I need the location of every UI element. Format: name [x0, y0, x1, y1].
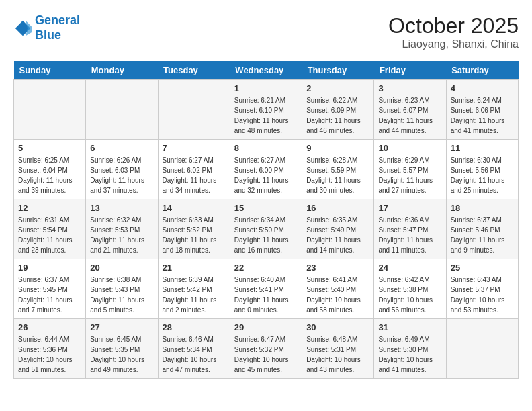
day-info: Sunrise: 6:23 AM Sunset: 6:07 PM Dayligh… [378, 95, 441, 136]
calendar-cell: 24Sunrise: 6:42 AM Sunset: 5:38 PM Dayli… [374, 259, 446, 319]
weekday-header-sunday: Sunday [14, 61, 86, 80]
day-info: Sunrise: 6:27 AM Sunset: 6:00 PM Dayligh… [234, 155, 298, 195]
calendar-cell: 12Sunrise: 6:31 AM Sunset: 5:54 PM Dayli… [14, 199, 86, 259]
calendar-cell: 1Sunrise: 6:21 AM Sunset: 6:10 PM Daylig… [230, 80, 302, 140]
day-number: 16 [306, 203, 369, 213]
day-info: Sunrise: 6:31 AM Sunset: 5:54 PM Dayligh… [18, 215, 81, 255]
calendar-cell: 2Sunrise: 6:22 AM Sunset: 6:09 PM Daylig… [302, 80, 374, 140]
weekday-header-tuesday: Tuesday [158, 61, 230, 80]
day-number: 14 [163, 203, 226, 213]
day-number: 31 [378, 322, 441, 332]
weekday-header-saturday: Saturday [446, 61, 518, 80]
day-info: Sunrise: 6:37 AM Sunset: 5:45 PM Dayligh… [18, 275, 81, 315]
calendar-week-row: 26Sunrise: 6:44 AM Sunset: 5:36 PM Dayli… [14, 319, 519, 379]
day-number: 9 [306, 143, 369, 153]
day-info: Sunrise: 6:37 AM Sunset: 5:46 PM Dayligh… [451, 215, 514, 255]
day-number: 8 [234, 143, 298, 153]
calendar-cell [158, 80, 230, 140]
calendar-cell: 16Sunrise: 6:35 AM Sunset: 5:49 PM Dayli… [302, 199, 374, 259]
calendar-table: SundayMondayTuesdayWednesdayThursdayFrid… [13, 61, 519, 379]
day-number: 23 [306, 263, 369, 273]
day-info: Sunrise: 6:28 AM Sunset: 5:59 PM Dayligh… [306, 155, 369, 195]
weekday-header-wednesday: Wednesday [230, 61, 302, 80]
calendar-cell: 6Sunrise: 6:26 AM Sunset: 6:03 PM Daylig… [86, 140, 158, 199]
day-info: Sunrise: 6:33 AM Sunset: 5:52 PM Dayligh… [163, 215, 226, 255]
calendar-cell: 28Sunrise: 6:46 AM Sunset: 5:34 PM Dayli… [158, 319, 230, 379]
day-number: 3 [378, 83, 441, 93]
calendar-cell: 10Sunrise: 6:29 AM Sunset: 5:57 PM Dayli… [374, 140, 446, 199]
day-number: 21 [163, 263, 226, 273]
calendar-week-row: 12Sunrise: 6:31 AM Sunset: 5:54 PM Dayli… [14, 199, 519, 259]
day-info: Sunrise: 6:21 AM Sunset: 6:10 PM Dayligh… [234, 95, 298, 136]
day-number: 1 [234, 83, 298, 93]
calendar-week-row: 1Sunrise: 6:21 AM Sunset: 6:10 PM Daylig… [14, 80, 519, 140]
day-number: 22 [234, 263, 298, 273]
logo: General Blue [13, 13, 80, 42]
day-number: 24 [378, 263, 441, 273]
calendar-cell: 3Sunrise: 6:23 AM Sunset: 6:07 PM Daylig… [374, 80, 446, 140]
weekday-header-friday: Friday [374, 61, 446, 80]
day-info: Sunrise: 6:34 AM Sunset: 5:50 PM Dayligh… [234, 215, 298, 255]
calendar-cell: 25Sunrise: 6:43 AM Sunset: 5:37 PM Dayli… [446, 259, 518, 319]
calendar-cell: 29Sunrise: 6:47 AM Sunset: 5:32 PM Dayli… [230, 319, 302, 379]
day-number: 10 [378, 143, 441, 153]
day-number: 2 [306, 83, 369, 93]
day-number: 17 [378, 203, 441, 213]
day-info: Sunrise: 6:45 AM Sunset: 5:35 PM Dayligh… [90, 334, 153, 375]
logo-icon [13, 19, 32, 38]
day-number: 20 [90, 263, 153, 273]
day-number: 12 [18, 203, 81, 213]
calendar-cell: 13Sunrise: 6:32 AM Sunset: 5:53 PM Dayli… [86, 199, 158, 259]
month-title: October 2025 [388, 13, 519, 38]
day-info: Sunrise: 6:42 AM Sunset: 5:38 PM Dayligh… [378, 275, 441, 315]
day-info: Sunrise: 6:39 AM Sunset: 5:42 PM Dayligh… [163, 275, 226, 315]
day-number: 28 [163, 322, 226, 332]
calendar-week-row: 19Sunrise: 6:37 AM Sunset: 5:45 PM Dayli… [14, 259, 519, 319]
weekday-header-thursday: Thursday [302, 61, 374, 80]
calendar-cell: 8Sunrise: 6:27 AM Sunset: 6:00 PM Daylig… [230, 140, 302, 199]
calendar-cell: 18Sunrise: 6:37 AM Sunset: 5:46 PM Dayli… [446, 199, 518, 259]
calendar-cell: 23Sunrise: 6:41 AM Sunset: 5:40 PM Dayli… [302, 259, 374, 319]
location: Liaoyang, Shanxi, China [388, 38, 519, 50]
day-number: 18 [451, 203, 514, 213]
calendar-cell: 27Sunrise: 6:45 AM Sunset: 5:35 PM Dayli… [86, 319, 158, 379]
day-info: Sunrise: 6:40 AM Sunset: 5:41 PM Dayligh… [234, 275, 298, 315]
day-number: 11 [451, 143, 514, 153]
calendar-week-row: 5Sunrise: 6:25 AM Sunset: 6:04 PM Daylig… [14, 140, 519, 199]
day-number: 30 [306, 322, 369, 332]
calendar-cell: 17Sunrise: 6:36 AM Sunset: 5:47 PM Dayli… [374, 199, 446, 259]
day-info: Sunrise: 6:26 AM Sunset: 6:03 PM Dayligh… [90, 155, 153, 195]
day-number: 25 [451, 263, 514, 273]
day-info: Sunrise: 6:32 AM Sunset: 5:53 PM Dayligh… [90, 215, 153, 255]
day-info: Sunrise: 6:48 AM Sunset: 5:31 PM Dayligh… [306, 334, 369, 375]
day-info: Sunrise: 6:43 AM Sunset: 5:37 PM Dayligh… [451, 275, 514, 315]
day-info: Sunrise: 6:41 AM Sunset: 5:40 PM Dayligh… [306, 275, 369, 315]
calendar-cell: 21Sunrise: 6:39 AM Sunset: 5:42 PM Dayli… [158, 259, 230, 319]
day-number: 4 [451, 83, 514, 93]
calendar-cell: 26Sunrise: 6:44 AM Sunset: 5:36 PM Dayli… [14, 319, 86, 379]
day-info: Sunrise: 6:44 AM Sunset: 5:36 PM Dayligh… [18, 334, 81, 375]
weekday-header-row: SundayMondayTuesdayWednesdayThursdayFrid… [14, 61, 519, 80]
day-info: Sunrise: 6:49 AM Sunset: 5:30 PM Dayligh… [378, 334, 441, 375]
day-number: 7 [163, 143, 226, 153]
day-number: 19 [18, 263, 81, 273]
title-block: October 2025 Liaoyang, Shanxi, China [388, 13, 519, 50]
day-number: 6 [90, 143, 153, 153]
calendar-cell: 7Sunrise: 6:27 AM Sunset: 6:02 PM Daylig… [158, 140, 230, 199]
day-info: Sunrise: 6:27 AM Sunset: 6:02 PM Dayligh… [163, 155, 226, 195]
calendar-cell [14, 80, 86, 140]
day-info: Sunrise: 6:46 AM Sunset: 5:34 PM Dayligh… [163, 334, 226, 375]
day-number: 5 [18, 143, 81, 153]
calendar-cell: 11Sunrise: 6:30 AM Sunset: 5:56 PM Dayli… [446, 140, 518, 199]
calendar-cell: 14Sunrise: 6:33 AM Sunset: 5:52 PM Dayli… [158, 199, 230, 259]
page-header: General Blue October 2025 Liaoyang, Shan… [13, 13, 519, 50]
day-info: Sunrise: 6:22 AM Sunset: 6:09 PM Dayligh… [306, 95, 369, 136]
calendar-cell: 19Sunrise: 6:37 AM Sunset: 5:45 PM Dayli… [14, 259, 86, 319]
calendar-cell [446, 319, 518, 379]
day-info: Sunrise: 6:30 AM Sunset: 5:56 PM Dayligh… [451, 155, 514, 195]
day-info: Sunrise: 6:25 AM Sunset: 6:04 PM Dayligh… [18, 155, 81, 195]
day-number: 13 [90, 203, 153, 213]
day-info: Sunrise: 6:24 AM Sunset: 6:06 PM Dayligh… [451, 95, 514, 136]
calendar-cell: 15Sunrise: 6:34 AM Sunset: 5:50 PM Dayli… [230, 199, 302, 259]
day-number: 27 [90, 322, 153, 332]
